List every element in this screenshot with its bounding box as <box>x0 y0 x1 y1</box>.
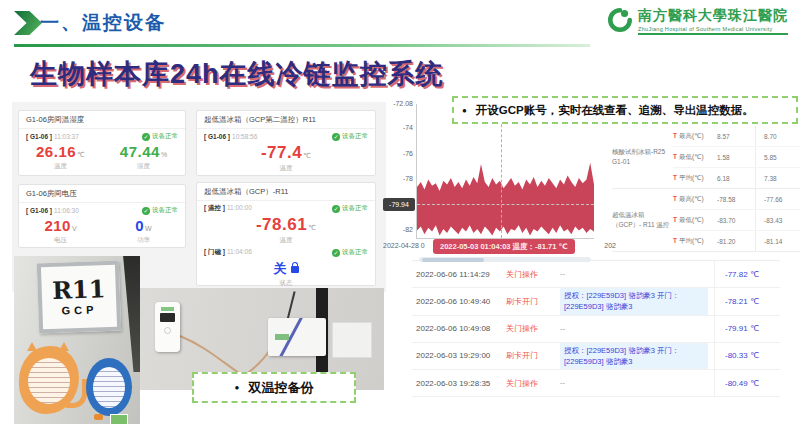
log-time: 2022-06-06 11:14:29 <box>412 270 506 279</box>
card-meta: [ G1-06 ]11:03:37 设备正常 <box>19 129 185 141</box>
card-title: 超低温冰箱（GCP）-R11 <box>197 183 375 201</box>
door-state-value: 关 <box>273 261 287 276</box>
t-prefix: T <box>673 174 677 181</box>
log-detail: 授权：[229E59D3] 骆韵豪3 开门：[229E59D3] 骆韵豪3 <box>560 343 708 370</box>
reading-time: 10:58:56 <box>232 133 257 140</box>
chart-plot-area[interactable] <box>417 104 594 238</box>
device-tag: [ G1-06 ] <box>26 207 52 214</box>
log-row[interactable]: 2022-06-06 10:49:40 刷卡开门 授权：[229E59D3] 骆… <box>412 288 780 316</box>
metric-label: 温度 <box>19 162 102 171</box>
penguin-sticker-text <box>93 367 125 408</box>
log-temperature: -77.82 ℃ <box>714 261 780 287</box>
log-row[interactable]: 2022-06-06 11:14:29 关门操作 -- -77.82 ℃ <box>412 261 780 288</box>
metric-temperature: -77.4℃ 温度 <box>197 143 375 173</box>
lock-icon <box>291 266 299 273</box>
check-icon <box>142 133 150 141</box>
metric-value: 47.44 <box>120 143 160 160</box>
freezer-label-sign: R11 GCP <box>37 261 121 334</box>
hospital-logo-text: 南方醫科大學珠江醫院 ZhuJiang Hospital of Southern… <box>638 7 788 35</box>
y-tick-label: -82 <box>383 226 413 233</box>
reading-time: 11:04:06 <box>227 248 252 255</box>
crosshair-vertical <box>501 104 502 238</box>
chart-scrollbar-thumb[interactable] <box>422 258 484 262</box>
wall-box <box>332 322 372 358</box>
log-action: 关门操作 <box>506 323 560 334</box>
t-prefix: T <box>673 153 677 160</box>
log-temperature: -80.33 ℃ <box>714 343 780 370</box>
stats-group: 超低温冰箱（GCP）- R11 温控 T最高(℃) -78.58 -77.66 … <box>612 189 800 252</box>
chart-scrollbar[interactable] <box>419 257 591 262</box>
device-tag: [ 温控 ] <box>204 204 225 211</box>
metric-label: 温度 <box>197 164 375 173</box>
card-meta: [ G1-06 ]11:06:30 设备正常 <box>19 203 185 215</box>
green-tag <box>110 414 128 424</box>
card-title: G1-06房间温湿度 <box>19 111 185 129</box>
sensor-label <box>161 307 174 311</box>
sensor-button <box>164 327 171 334</box>
page-title: 生物样本库24h在线冷链监控系统 <box>30 56 444 92</box>
log-row[interactable]: 2022-06-03 19:28:35 关门操作 -- -80.49 ℃ <box>412 370 780 397</box>
stat-value: 8.70 <box>755 126 797 146</box>
log-detail: 授权：[229E59D3] 骆韵豪3 开门：[229E59D3] 骆韵豪3 <box>560 288 708 315</box>
stat-value: -77.66 <box>755 189 797 209</box>
y-tick-label: -76 <box>383 150 413 157</box>
metric-value: 210 <box>44 217 71 234</box>
t-prefix: T <box>673 237 677 244</box>
penguin-sticker <box>86 358 132 416</box>
log-action: 刷卡开门 <box>506 350 560 361</box>
stat-value: -78.58 <box>717 196 755 203</box>
logo-underline <box>638 33 788 35</box>
metric-door-state: 关 状态 <box>197 259 375 288</box>
bullet-icon: ● <box>462 106 467 115</box>
photo-freezer-door: R11 GCP <box>14 256 140 424</box>
metric-humidity: 47.44% 湿度 <box>102 143 185 171</box>
status-badge: 设备正常 <box>332 204 368 213</box>
hospital-logo-mark-icon <box>607 7 633 33</box>
log-time: 2022-06-06 10:49:08 <box>412 324 506 333</box>
chart-tooltip: 2022-05-03 01:04:03 温度：-81.71 ℃ <box>433 239 575 254</box>
stat-value: -83.70 <box>717 217 755 224</box>
callout-text: 双温控备份 <box>248 379 313 397</box>
device-name: 核酸试剂冰箱-R25 G1-01 <box>612 126 673 188</box>
device-tag: [ G1-06 ] <box>26 133 52 140</box>
log-row[interactable]: 2022-06-03 19:29:00 刷卡开门 授权：[229E59D3] 骆… <box>412 343 780 371</box>
reading-time: 11:03:37 <box>54 133 79 140</box>
check-icon <box>142 207 150 215</box>
sensor-device-main <box>268 318 326 356</box>
log-action: 关门操作 <box>506 378 560 389</box>
stat-value: -81.20 <box>717 238 755 245</box>
stats-row: T最低(℃) -83.70 -83.43 <box>673 210 800 231</box>
metric-power: 0W 功率 <box>102 217 185 245</box>
hospital-name-en: ZhuJiang Hospital of Southern Medical Un… <box>638 26 788 32</box>
log-action: 刷卡开门 <box>506 296 560 307</box>
metric-label: 温度 <box>197 236 375 245</box>
header-divider <box>14 44 590 47</box>
metric-label: 状态 <box>197 279 375 288</box>
stat-value: 1.58 <box>717 154 755 161</box>
card-meta: [ G1-06 ]10:58:56 设备正常 <box>197 129 375 141</box>
card-room-voltage: G1-06房间电压 [ G1-06 ]11:06:30 设备正常 210V 电压… <box>18 184 186 248</box>
freezer-id-label: R11 <box>52 277 106 303</box>
log-time: 2022-06-06 10:49:40 <box>412 297 506 306</box>
card-title: 超低温冰箱（GCP第二温控）R11 <box>197 111 375 129</box>
section-title: 一、温控设备 <box>40 10 166 36</box>
card-title: G1-06房间电压 <box>19 185 185 203</box>
log-temperature: -80.49 ℃ <box>714 370 780 396</box>
log-row[interactable]: 2022-06-06 10:49:08 关门操作 -- -79.91 ℃ <box>412 316 780 343</box>
sensor-label <box>275 334 289 340</box>
status-badge: 设备正常 <box>332 248 368 257</box>
log-temperature: -79.91 ℃ <box>714 316 780 342</box>
y-tick-label: -78 <box>383 175 413 182</box>
stats-group: 核酸试剂冰箱-R25 G1-01 T最高(℃) 8.57 8.70 T最低(℃)… <box>612 126 800 189</box>
stats-table: 核酸试剂冰箱-R25 G1-01 T最高(℃) 8.57 8.70 T最低(℃)… <box>612 126 800 252</box>
metric-label: 功率 <box>102 236 185 245</box>
stat-value: -83.43 <box>755 210 797 230</box>
log-detail: -- <box>560 268 565 279</box>
y-axis-marker: -79.94 <box>383 198 415 211</box>
x-axis-label-end: 202 <box>604 242 616 249</box>
metric-temperature: -78.61℃ 温度 <box>197 215 375 245</box>
sensor-device-small <box>155 302 180 352</box>
cat-sticker-text <box>28 358 70 404</box>
metric-value: -78.61 <box>256 215 307 234</box>
status-badge: 设备正常 <box>332 132 368 141</box>
